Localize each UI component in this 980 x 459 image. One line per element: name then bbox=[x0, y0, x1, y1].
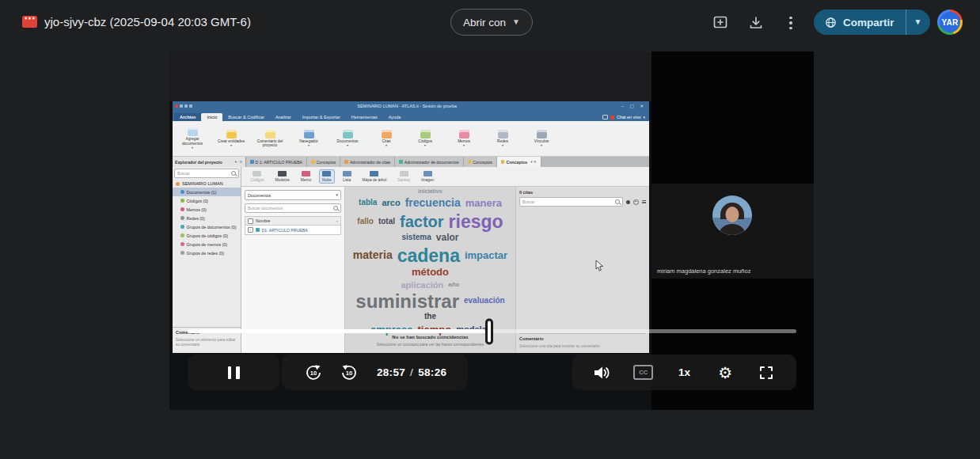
chevron-down-icon: ▾ bbox=[347, 144, 348, 147]
tree-item: Documentos (1) bbox=[173, 188, 241, 196]
tab-icon bbox=[250, 160, 254, 164]
ribbon-icon bbox=[265, 130, 275, 138]
cloud-word: aplicación bbox=[401, 281, 443, 290]
progress-scrubber[interactable] bbox=[488, 321, 491, 342]
cloud-word: evaluación bbox=[464, 297, 505, 305]
ribbon-button: Redes ▾ bbox=[486, 130, 519, 147]
cloud-word: total bbox=[378, 218, 395, 226]
current-time: 28:57 bbox=[377, 366, 405, 378]
playback-rate-button[interactable]: 1x bbox=[673, 362, 695, 384]
captions-button[interactable]: CC bbox=[632, 362, 655, 384]
tree-item-icon bbox=[180, 251, 184, 255]
chevron-down-icon: ▾ bbox=[463, 144, 465, 147]
comment-hint: Seleccione una cita para mostrar su come… bbox=[519, 344, 646, 350]
share-main[interactable]: Compartir bbox=[814, 9, 906, 35]
ribbon-button: Navegador ▾ bbox=[292, 130, 325, 147]
view-toolbar-button: Modelos bbox=[273, 170, 292, 183]
ribbon-button: Códigos ▾ bbox=[408, 130, 442, 147]
chevron-down-icon: ▾ bbox=[192, 146, 193, 150]
atlas-menu-tab: Herramientas bbox=[346, 113, 383, 121]
skip-time-pill: 10 10 28:57 / 58:26 bbox=[282, 355, 468, 390]
gear-icon: ⚙ bbox=[718, 365, 732, 381]
tree-item-icon bbox=[180, 242, 184, 246]
search-icon bbox=[231, 171, 236, 176]
chevron-down-icon: ▾ bbox=[424, 144, 426, 147]
svg-text:10: 10 bbox=[346, 370, 352, 377]
view-icon bbox=[322, 171, 331, 176]
tree-item-icon bbox=[180, 190, 184, 194]
ribbon-icon bbox=[188, 127, 198, 136]
view-icon bbox=[278, 171, 287, 176]
atlas-menu-tab: Buscar & Codificar bbox=[222, 113, 270, 121]
progress-bar[interactable] bbox=[188, 329, 796, 333]
view-icon bbox=[253, 171, 261, 176]
volume-button[interactable] bbox=[591, 362, 613, 384]
tree-item: Grupos de documentos (0) bbox=[173, 222, 241, 231]
explorer-search: Buscar bbox=[174, 169, 239, 178]
documents-list-panel: Documentos ▾ Buscar documentos Nombre bbox=[241, 187, 345, 353]
project-icon bbox=[176, 182, 180, 186]
tree-item: Redes (0) bbox=[173, 214, 241, 222]
chevron-down-icon: ▾ bbox=[336, 193, 338, 197]
tab-icon bbox=[501, 160, 505, 164]
account-avatar[interactable]: YAR bbox=[937, 9, 963, 35]
fullscreen-button[interactable] bbox=[755, 362, 777, 384]
live-chat-label: Chat en vivo bbox=[617, 115, 641, 119]
more-vert-icon bbox=[789, 17, 792, 30]
chevron-down-icon: ▾ bbox=[541, 144, 542, 147]
atlas-menubar: Archivo Inicio Buscar & Codificar Analiz… bbox=[173, 111, 649, 121]
view-icon bbox=[302, 171, 310, 176]
ribbon-icon bbox=[304, 130, 314, 138]
checkbox-icon bbox=[248, 218, 253, 224]
explorer-panel-header: Explorador del proyecto ▾ ✕ bbox=[173, 157, 246, 167]
view-toolbar-button: Sankey bbox=[395, 170, 412, 183]
quotes-count: 0 citas bbox=[519, 190, 646, 195]
avatar-initials: YAR bbox=[940, 12, 960, 32]
webcam-tile: miriam magdalena gonzalez muñoz bbox=[651, 184, 814, 279]
view-icon bbox=[400, 171, 408, 176]
cloud-word: sistema bbox=[402, 233, 431, 242]
share-dropdown[interactable]: ▼ bbox=[906, 9, 930, 35]
tree-item: Grupos de memos (0) bbox=[173, 240, 241, 248]
cloud-word: año bbox=[448, 282, 459, 288]
rewind-10-icon: 10 bbox=[305, 364, 322, 381]
document-tab: Administrador de documentos ▾ ✕ bbox=[395, 157, 463, 167]
document-icon bbox=[256, 228, 260, 232]
comment-hint: Seleccione un elemento para editar su co… bbox=[176, 338, 237, 348]
project-explorer-panel: Buscar SEMINARIO LUMAN Documentos (1) bbox=[173, 167, 241, 353]
settings-button[interactable]: ⚙ bbox=[714, 362, 736, 384]
tree-item: Memos (0) bbox=[173, 205, 241, 214]
download-button[interactable] bbox=[747, 14, 765, 32]
project-name: SEMINARIO LUMAN bbox=[182, 181, 223, 186]
cloud-word: arco bbox=[382, 199, 400, 208]
cloud-word: impactar bbox=[465, 250, 507, 261]
cloud-word: suministrar bbox=[355, 291, 459, 311]
add-comment-button[interactable] bbox=[712, 14, 729, 32]
more-options-button[interactable] bbox=[782, 14, 800, 32]
document-tab: Conceptos ▾ ✕ bbox=[497, 157, 541, 167]
forward-10-button[interactable]: 10 bbox=[338, 362, 360, 384]
comment-title: Comentario bbox=[519, 336, 646, 341]
explorer-tree: Documentos (1) Códigos (0) Memos (0) bbox=[173, 188, 241, 257]
forward-10-icon: 10 bbox=[340, 364, 358, 381]
rewind-10-button[interactable]: 10 bbox=[302, 362, 325, 384]
quotations-panel: 0 citas Buscar Co bbox=[515, 187, 649, 353]
video-file-icon bbox=[22, 16, 37, 31]
pause-button[interactable] bbox=[222, 362, 245, 384]
cloud-word: factor bbox=[400, 214, 444, 230]
view-toolbar-button: Mapa de árbol bbox=[360, 170, 389, 183]
panel-pin-icons: ▾ ✕ bbox=[235, 160, 243, 164]
checkbox-checked-icon: ✓ bbox=[248, 227, 253, 233]
video-player-surface[interactable]: SEMINARIO LUMAN - ATLAS.ti - Sesión de p… bbox=[169, 51, 814, 410]
chevron-down-icon: ▼ bbox=[512, 18, 520, 26]
share-button[interactable]: Compartir ▼ bbox=[814, 9, 930, 35]
search-placeholder: Buscar bbox=[177, 171, 190, 176]
atlas-menu-tabs: Archivo Inicio Buscar & Codificar Analiz… bbox=[174, 113, 406, 121]
open-with-button[interactable]: Abrir con ▼ bbox=[450, 9, 533, 36]
cloud-word: materia bbox=[353, 249, 393, 261]
explorer-title: Explorador del proyecto bbox=[175, 160, 222, 165]
ribbon-button: Comentario del proyecto ▾ bbox=[253, 130, 287, 148]
tree-item: Grupos de códigos (0) bbox=[173, 231, 241, 240]
chevron-down-icon: ▾ bbox=[230, 144, 232, 147]
rate-label: 1x bbox=[678, 366, 690, 378]
